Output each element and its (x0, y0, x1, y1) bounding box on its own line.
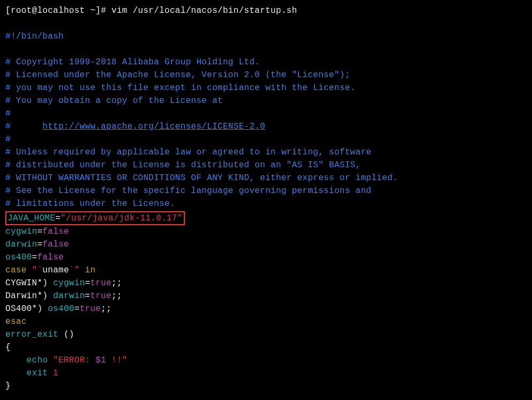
bool-true: true (90, 291, 111, 301)
bool-false: false (42, 240, 69, 249)
blank-line (5, 43, 527, 56)
equals-sign: = (85, 278, 91, 288)
shell-prompt-line: [root@localhost ~]# vim /usr/local/nacos… (5, 4, 527, 17)
comment-line: # WITHOUT WARRANTIES OR CONDITIONS OF AN… (5, 172, 527, 184)
comment-line: # You may obtain a copy of the License a… (5, 94, 527, 107)
indent (5, 355, 27, 365)
function-name: error_exit (5, 330, 64, 339)
comment-line: # http://www.apache.org/licenses/LICENSE… (5, 120, 527, 133)
equals-sign: = (37, 240, 42, 249)
equals-sign: = (32, 253, 38, 262)
shebang-line: #!/bin/bash (5, 30, 527, 43)
brace-open-line: { (5, 341, 527, 354)
comment-prefix: # (5, 122, 42, 131)
bool-false: false (42, 227, 69, 236)
os400-assign-line: os400=false (5, 251, 527, 264)
comment-line: # (5, 133, 527, 146)
backtick: ` (69, 265, 74, 275)
java-home-path: /usr/java/jdk-11.0.17 (66, 213, 177, 223)
quote: " (32, 265, 38, 275)
brace-close-line: } (5, 380, 527, 392)
case-darwin-line: Darwin*) darwin=true;; (5, 290, 527, 302)
double-semicolon: ;; (101, 304, 111, 314)
quote-close: " (177, 213, 183, 223)
equals-sign: = (37, 227, 42, 236)
var-name: os400 (5, 253, 32, 262)
darwin-assign-line: darwin=false (5, 238, 527, 251)
in-keyword: in (80, 265, 96, 275)
quote: " (74, 265, 80, 275)
var-name: cygwin (5, 227, 37, 236)
dollar-one: $1 (95, 355, 106, 365)
var-name: darwin (53, 291, 85, 301)
comment-line: # you may not use this file except in co… (5, 82, 527, 94)
equals-sign: = (55, 213, 61, 223)
esac-line: esac (5, 315, 527, 328)
var-name: os400 (48, 304, 74, 314)
bool-false: false (37, 253, 64, 262)
java-home-line: JAVA_HOME="/usr/java/jdk-11.0.17" (5, 210, 527, 225)
java-home-highlight-box: JAVA_HOME="/usr/java/jdk-11.0.17" (5, 211, 185, 225)
comment-line: # Licensed under the Apache License, Ver… (5, 69, 527, 82)
case-os400-line: OS400*) os400=true;; (5, 302, 527, 315)
error-string: "ERROR: (48, 355, 95, 365)
comment-line: # distributed under the License is distr… (5, 159, 527, 172)
cygwin-assign-line: cygwin=false (5, 225, 527, 238)
comment-line: # Copyright 1999-2018 Alibaba Group Hold… (5, 56, 527, 69)
bool-true: true (90, 278, 111, 288)
comment-line: # limitations under the License. (5, 197, 527, 210)
var-name: cygwin (53, 278, 85, 288)
uname-cmd: uname (42, 265, 69, 275)
comment-line: # Unless required by applicable law or a… (5, 146, 527, 159)
exit-line: exit 1 (5, 367, 527, 380)
case-pattern: CYGWIN*) (5, 278, 53, 288)
var-name: darwin (5, 240, 37, 249)
exit-keyword: exit (27, 368, 48, 378)
case-pattern: Darwin*) (5, 291, 53, 301)
function-decl-line: error_exit () (5, 328, 527, 341)
exit-code: 1 (48, 368, 58, 378)
license-url: http://www.apache.org/licenses/LICENSE-2… (42, 122, 265, 131)
equals-sign: = (74, 304, 80, 314)
double-semicolon: ;; (111, 291, 122, 301)
echo-line: echo "ERROR: $1 !!" (5, 354, 527, 367)
case-pattern: OS400*) (5, 304, 48, 314)
comment-line: # See the License for the specific langu… (5, 184, 527, 197)
case-line: case "`uname`" in (5, 264, 527, 277)
indent (5, 368, 27, 378)
comment-line: # (5, 107, 527, 120)
java-home-var: JAVA_HOME (8, 213, 55, 223)
blank-line (5, 17, 527, 30)
case-keyword: case (5, 265, 27, 275)
space (27, 265, 32, 275)
echo-keyword: echo (27, 355, 48, 365)
bool-true: true (80, 304, 101, 314)
backtick: ` (37, 265, 42, 275)
equals-sign: = (85, 291, 91, 301)
bang-string: !!" (106, 355, 128, 365)
quote-open: " (61, 213, 66, 223)
case-cygwin-line: CYGWIN*) cygwin=true;; (5, 277, 527, 290)
double-semicolon: ;; (111, 278, 122, 288)
parentheses: () (64, 330, 74, 339)
